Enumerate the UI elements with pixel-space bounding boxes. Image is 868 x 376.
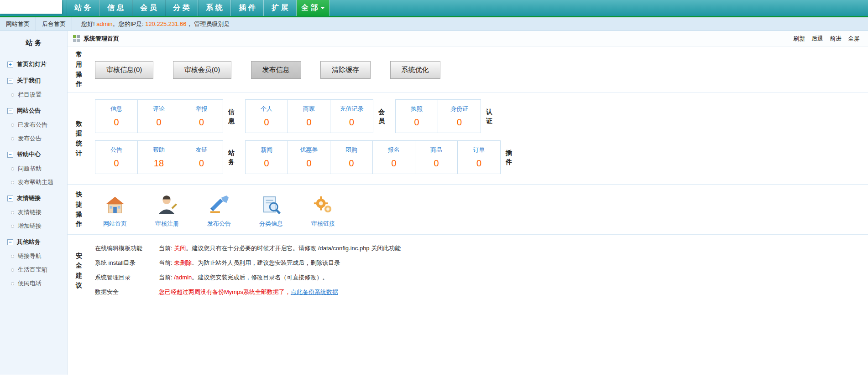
stat-card-license[interactable]: 执照 0	[396, 100, 438, 133]
sidebar-group-about[interactable]: 关于我们	[0, 73, 67, 88]
sidebar-item-add-link[interactable]: 增加链接	[0, 219, 67, 233]
stat-card-signup[interactable]: 报名 0	[373, 141, 415, 174]
stat-card-personal[interactable]: 个人 0	[246, 100, 288, 133]
collapse-minus-icon[interactable]	[7, 78, 13, 84]
sidebar-group-announcements[interactable]: 网站公告	[0, 103, 67, 118]
bullet-icon	[11, 137, 14, 140]
backup-link[interactable]: 点此备份系统数据	[291, 288, 338, 295]
stat-card-groupbuy[interactable]: 团购 0	[330, 141, 373, 174]
shortcut-review-links[interactable]: 审核链接	[303, 195, 343, 228]
nav-tab-plugin[interactable]: 插 件	[231, 0, 264, 16]
sidebar-item-published-announcements[interactable]: 已发布公告	[0, 118, 67, 132]
sidebar-group-friend-links[interactable]: 友情链接	[0, 191, 67, 206]
sidebar-item-publish-help-topic[interactable]: 发布帮助主题	[0, 175, 67, 189]
tab-site-home[interactable]: 网站首页	[0, 17, 36, 31]
shortcut-category-info[interactable]: 分类信息	[251, 195, 291, 228]
collapse-minus-icon[interactable]	[7, 108, 13, 114]
nav-tab-site[interactable]: 站 务	[67, 0, 99, 16]
forward-button[interactable]: 前进	[830, 35, 842, 43]
review-info-button[interactable]: 审核信息(0)	[95, 61, 153, 79]
collapse-minus-icon[interactable]	[7, 239, 13, 245]
nav-tab-label: 会 员	[140, 3, 157, 13]
stat-label: 评论	[153, 105, 165, 113]
security-item-name: 数据安全	[95, 288, 159, 296]
admin-app: 站 务 信 息 会 员 分 类 系 统 插 件 扩 展 全 部 网站首页 后台首…	[0, 0, 868, 376]
shortcut-publish-announcement[interactable]: 发布公告	[199, 195, 239, 228]
sidebar-item-convenience-phone[interactable]: 便民电话	[0, 277, 67, 290]
stat-value: 0	[114, 158, 119, 169]
header-actions: 刷新 后退 前进 全屏	[793, 35, 860, 43]
sidebar-item-link-nav[interactable]: 链接导航	[0, 249, 67, 263]
sidebar-item-publish-announcement[interactable]: 发布公告	[0, 132, 67, 145]
tab-label: 后台首页	[42, 21, 66, 27]
sidebar-group-other[interactable]: 其他站务	[0, 235, 67, 249]
body: 站 务 首页幻灯片 关于我们 栏目设置 网站公告 已发布公告	[0, 31, 868, 375]
sidebar-item-life-toolbox[interactable]: 生活百宝箱	[0, 263, 67, 277]
stat-group-member: 个人 0 商家 0 充值记录 0	[245, 99, 373, 133]
tab-label: 网站首页	[6, 21, 30, 27]
stat-label: 友链	[196, 146, 208, 154]
stat-card-news[interactable]: 新闻 0	[246, 141, 288, 174]
nav-tab-category[interactable]: 分 类	[165, 0, 198, 16]
tab-admin-home[interactable]: 后台首页	[36, 17, 72, 31]
collapse-minus-icon[interactable]	[7, 196, 13, 201]
nav-tab-system[interactable]: 系 统	[198, 0, 231, 16]
stat-label: 执照	[411, 105, 423, 113]
section-stats: 数据统计 信息 0 评论 0	[68, 93, 868, 185]
fullscreen-button[interactable]: 全屏	[848, 35, 860, 43]
collapse-minus-icon[interactable]	[7, 152, 13, 158]
clear-cache-button[interactable]: 清除缓存	[320, 61, 371, 79]
stat-card-help[interactable]: 帮助 18	[138, 141, 180, 174]
stat-card-friendlink[interactable]: 友链 0	[180, 141, 223, 174]
review-member-button[interactable]: 审核会员(0)	[173, 61, 231, 79]
home-icon	[105, 195, 125, 216]
user-ip: 120.225.231.66	[145, 21, 186, 27]
sidebar-group-label: 首页幻灯片	[17, 60, 47, 68]
stats-row-1: 信息 0 评论 0 举报 0	[95, 99, 863, 133]
section-label: 安全建议	[68, 235, 90, 307]
greeting-hello: 您好!	[81, 21, 96, 27]
stat-card-reports[interactable]: 举报 0	[180, 100, 223, 133]
stat-card-info[interactable]: 信息 0	[95, 100, 138, 133]
refresh-button[interactable]: 刷新	[793, 35, 805, 43]
stat-value: 0	[349, 117, 354, 128]
stat-card-comments[interactable]: 评论 0	[138, 100, 180, 133]
stat-card-orders[interactable]: 订单 0	[458, 141, 500, 174]
stat-card-announcement[interactable]: 公告 0	[95, 141, 138, 174]
sidebar-item-question-help[interactable]: 问题帮助	[0, 162, 67, 175]
stat-card-goods[interactable]: 商品 0	[415, 141, 458, 174]
backup-warning: 您已经超过两周没有备份Mymps系统全部数据了，	[159, 288, 291, 295]
stat-group-tag-plugin: 插件	[505, 148, 512, 167]
security-value: 未删除	[174, 259, 192, 266]
section-security: 安全建议 在线编辑模板功能 当前: 关闭。建议您只有在十分必要的时候才开启它。请…	[68, 235, 868, 307]
stat-card-recharge[interactable]: 充值记录 0	[330, 100, 373, 133]
shortcut-review-register[interactable]: 审核注册	[147, 195, 187, 228]
security-item-name: 系统 install目录	[95, 259, 159, 267]
sidebar-group-slideshow[interactable]: 首页幻灯片	[0, 57, 67, 72]
sidebar-group-label: 帮助中心	[17, 150, 41, 159]
nav-tab-extend[interactable]: 扩 展	[264, 0, 297, 16]
sidebar-item-label: 已发布公告	[18, 121, 47, 129]
nav-tab-info[interactable]: 信 息	[99, 0, 132, 16]
security-item-detail: 当前: 未删除。为防止站外人员利用，建议您安装完成后，删除该目录	[159, 259, 340, 267]
stat-card-coupon[interactable]: 优惠券 0	[288, 141, 330, 174]
stat-card-business[interactable]: 商家 0	[288, 100, 330, 133]
shortcut-site-home[interactable]: 网站首页	[95, 195, 135, 228]
stat-label: 订单	[473, 146, 485, 154]
bullet-icon	[11, 167, 14, 170]
stat-label: 商家	[303, 105, 315, 113]
system-optimize-button[interactable]: 系统优化	[390, 61, 440, 79]
expand-plus-icon[interactable]	[7, 62, 13, 67]
nav-tab-all[interactable]: 全 部	[297, 0, 329, 16]
back-button[interactable]: 后退	[811, 35, 823, 43]
publish-info-button[interactable]: 发布信息	[251, 61, 301, 79]
nav-tab-member[interactable]: 会 员	[132, 0, 165, 16]
stat-group-tag-info: 信息	[228, 107, 235, 126]
sidebar-item-column-settings[interactable]: 栏目设置	[0, 88, 67, 102]
sidebar-item-friend-links[interactable]: 友情链接	[0, 206, 67, 219]
stat-value: 0	[349, 158, 354, 169]
user-icon	[157, 195, 178, 216]
page-grid-icon	[73, 35, 80, 42]
sidebar-group-help-center[interactable]: 帮助中心	[0, 147, 67, 162]
stat-card-idcard[interactable]: 身份证 0	[438, 100, 481, 133]
